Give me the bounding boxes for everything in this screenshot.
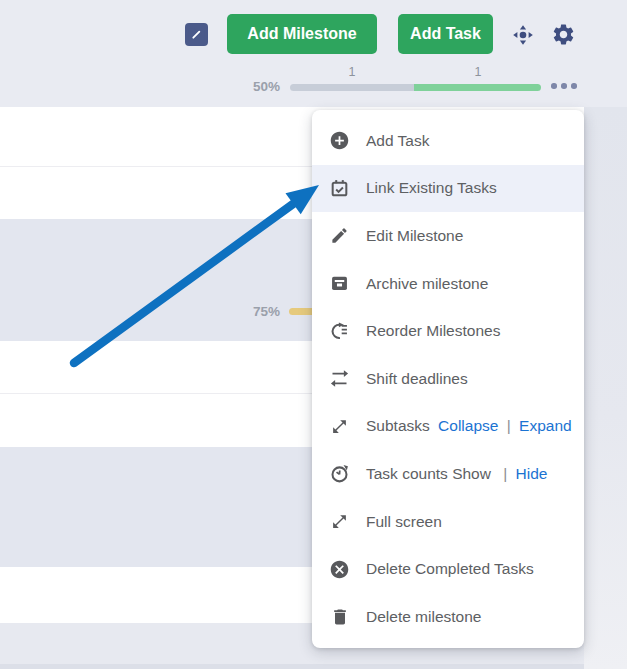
swap-horizontal-arrows-icon [329, 368, 350, 389]
move-crosshair-icon [511, 23, 535, 47]
footer-edge [0, 664, 627, 669]
menu-item-shift-deadlines[interactable]: Shift deadlines [312, 355, 584, 403]
milestone-widget: Add Milestone Add Task 50% 1 1 [0, 0, 627, 669]
folder-pencil-icon [188, 26, 205, 43]
edit-board-button[interactable] [185, 23, 208, 46]
progress-done-segment [414, 84, 541, 91]
add-circle-icon [329, 130, 350, 151]
trash-icon [329, 606, 350, 627]
complete-count: 1 [466, 65, 490, 79]
diagonal-resize-icon [329, 511, 350, 532]
ellipsis-icon [571, 83, 577, 89]
reorder-curved-arrow-icon [329, 321, 350, 342]
menu-item-add-task[interactable]: Add Task [312, 117, 584, 165]
add-milestone-button[interactable]: Add Milestone [227, 14, 377, 54]
menu-item-label: Full screen [366, 513, 442, 531]
milestone-options-menu: Add Task Link Existing Tasks Edit Milest… [312, 110, 584, 648]
menu-item-delete-milestone[interactable]: Delete milestone [312, 593, 584, 641]
menu-item-task-counts-toggle: Task counts Show | Hide [312, 450, 584, 498]
menu-item-label: Delete Completed Tasks [366, 560, 534, 578]
pencil-icon [329, 225, 350, 246]
milestone-percent: 50% [244, 79, 280, 94]
menu-item-label: Archive milestone [366, 275, 488, 293]
milestone-more-button[interactable] [551, 83, 577, 89]
subtasks-collapse-link[interactable]: Collapse [438, 417, 498, 434]
menu-item-subtasks-toggle: Subtasks Collapse | Expand [312, 403, 584, 451]
add-task-button[interactable]: Add Task [398, 14, 493, 54]
ellipsis-icon [561, 83, 567, 89]
gear-icon [551, 22, 576, 47]
timer-icon [329, 463, 350, 484]
menu-item-label: Shift deadlines [366, 370, 468, 388]
move-widget-button[interactable] [511, 23, 535, 47]
subtasks-label: Subtasks [366, 417, 430, 434]
menu-item-label: Subtasks Collapse | Expand [366, 417, 572, 435]
menu-item-full-screen[interactable]: Full screen [312, 498, 584, 546]
subtasks-expand-link[interactable]: Expand [519, 417, 572, 434]
incomplete-count: 1 [340, 65, 364, 79]
task-counts-show-label[interactable]: Task counts Show [366, 465, 491, 482]
archive-box-icon [329, 273, 350, 294]
menu-item-link-existing-tasks[interactable]: Link Existing Tasks [312, 165, 584, 213]
menu-item-label: Reorder Milestones [366, 322, 500, 340]
menu-item-label: Delete milestone [366, 608, 481, 626]
separator: | [507, 417, 511, 434]
menu-item-label: Link Existing Tasks [366, 179, 497, 197]
menu-item-delete-completed-tasks[interactable]: Delete Completed Tasks [312, 545, 584, 593]
milestone-percent-2: 75% [246, 304, 280, 319]
menu-item-label: Edit Milestone [366, 227, 463, 245]
milestone-progress-bar [290, 84, 541, 91]
ellipsis-icon [551, 83, 557, 89]
menu-item-reorder-milestones[interactable]: Reorder Milestones [312, 307, 584, 355]
calendar-check-icon [329, 178, 350, 199]
diagonal-resize-icon [329, 416, 350, 437]
task-counts-hide-link[interactable]: Hide [516, 465, 548, 482]
menu-item-archive-milestone[interactable]: Archive milestone [312, 260, 584, 308]
separator: | [503, 465, 507, 482]
menu-item-label: Task counts Show | Hide [366, 465, 547, 483]
menu-item-edit-milestone[interactable]: Edit Milestone [312, 212, 584, 260]
menu-item-label: Add Task [366, 132, 429, 150]
progress-remaining-segment [290, 84, 414, 91]
settings-button[interactable] [551, 22, 576, 47]
right-gutter [584, 107, 627, 669]
cancel-circle-icon [329, 559, 350, 580]
